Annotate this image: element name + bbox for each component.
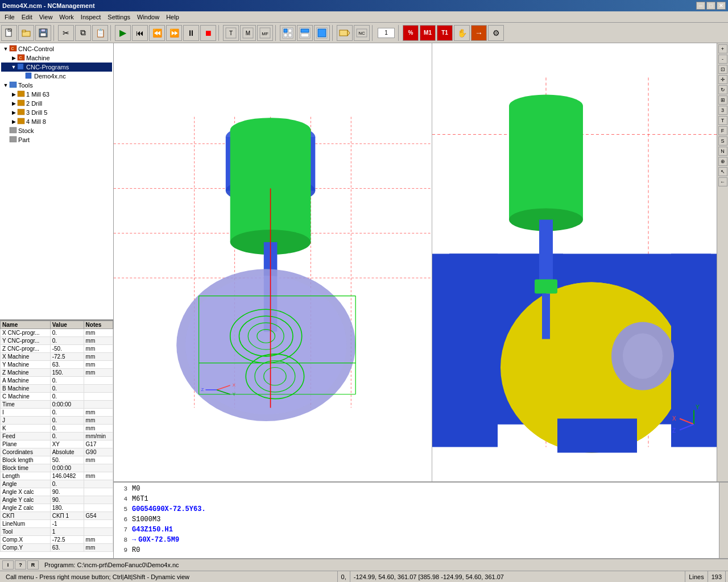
settings-button[interactable]: ⚙ <box>488 25 504 41</box>
svg-text:Y: Y <box>233 392 236 397</box>
tree-area[interactable]: ▼CCNC-Control▶CMachine▼CNC-ProgramsDemo4… <box>0 43 113 319</box>
help-button[interactable]: ? <box>15 560 26 569</box>
new-button[interactable] <box>1 25 17 41</box>
paste-button[interactable]: 📋 <box>92 25 108 41</box>
statusbar: Call menu - Press right mouse button; Ct… <box>0 571 728 582</box>
svg-rect-96 <box>542 294 550 339</box>
measure-button[interactable]: ⊕ <box>718 157 727 166</box>
copy-button[interactable]: ⧉ <box>75 25 91 41</box>
zoom-in-button[interactable]: + <box>718 44 727 53</box>
tree-item-8[interactable]: ▶4 Mill 8 <box>1 117 112 126</box>
tree-label-0: CNC-Control <box>18 45 54 52</box>
view3d-button[interactable]: 3 <box>718 106 727 115</box>
viewtop-button[interactable]: T <box>718 116 727 125</box>
sep7 <box>398 25 400 41</box>
menu-item-help[interactable]: Help <box>163 13 183 22</box>
props-cell-14-2: G17 <box>84 440 113 448</box>
cut-button[interactable]: ✂ <box>58 25 74 41</box>
code-line-3[interactable]: 6S1000M3 <box>116 514 726 525</box>
svg-rect-41 <box>10 136 16 142</box>
reset-view-button[interactable]: N <box>718 147 727 156</box>
props-cell-22-0: Angle Z calc <box>1 504 51 512</box>
pct-button[interactable]: % <box>403 25 419 41</box>
record-button[interactable]: R <box>27 560 39 569</box>
viewfront-button[interactable]: F <box>718 126 727 135</box>
props-cell-13-0: Feed <box>1 433 51 440</box>
view3-button[interactable] <box>314 25 330 41</box>
tree-item-3[interactable]: Demo4x.nc <box>1 72 112 81</box>
viewport-right[interactable]: X Y Z <box>432 43 717 481</box>
code-scrollbar[interactable] <box>719 483 728 558</box>
m1-button[interactable]: M1 <box>420 25 436 41</box>
tree-item-1[interactable]: ▶CMachine <box>1 53 112 63</box>
props-cell-24-2 <box>84 520 113 528</box>
minimize-button[interactable]: ─ <box>696 2 705 10</box>
viewside-button[interactable]: S <box>718 136 727 146</box>
tool1-button[interactable]: T <box>223 25 239 41</box>
code-line-1[interactable]: 4M6T1 <box>116 494 726 504</box>
code-content[interactable]: 3M04M6T15G0G54G90X-72.5Y63.6S1000M37G43Z… <box>114 483 728 558</box>
props-cell-21-1: 90. <box>50 496 84 504</box>
props-cell-15-0: Coordinates <box>1 448 51 456</box>
menu-item-edit[interactable]: Edit <box>18 13 36 22</box>
props-cell-11-2: mm <box>84 417 113 425</box>
tree-item-5[interactable]: ▶1 Mill 63 <box>1 90 112 99</box>
props-cell-14-1: XY <box>50 440 84 448</box>
view1-button[interactable] <box>280 25 296 41</box>
tree-item-4[interactable]: ▼Tools <box>1 81 112 90</box>
stepback-button[interactable]: ⏪ <box>149 25 165 41</box>
menu-item-work[interactable]: Work <box>56 13 77 22</box>
back-button[interactable]: ← <box>718 177 727 186</box>
t1-button[interactable]: T1 <box>437 25 453 41</box>
stepforward-button[interactable]: ⏩ <box>166 25 182 41</box>
info-button[interactable]: I <box>2 560 14 569</box>
zoom-window-button[interactable]: ⊞ <box>718 95 727 105</box>
view2-button[interactable] <box>297 25 313 41</box>
menu-item-window[interactable]: Window <box>134 13 163 22</box>
props-cell-3-2: mm <box>84 353 113 361</box>
code-line-5[interactable]: 8→G0X-72.5M9 <box>116 535 726 545</box>
rewind-button[interactable]: ⏮ <box>132 25 148 41</box>
maximize-button[interactable]: □ <box>706 2 715 10</box>
viewport-left[interactable]: X Y Z <box>114 43 432 481</box>
tree-item-10[interactable]: Part <box>1 135 112 144</box>
tree-item-2[interactable]: ▼CNC-Programs <box>1 63 112 72</box>
tree-item-0[interactable]: ▼CCNC-Control <box>1 44 112 53</box>
code-line-6[interactable]: 9R0 <box>116 545 726 555</box>
props-cell-25-0: Tool <box>1 528 51 536</box>
speed-input[interactable] <box>378 28 395 38</box>
svg-text:X: X <box>672 415 676 422</box>
tree-item-7[interactable]: ▶3 Drill 5 <box>1 108 112 117</box>
play-button[interactable]: ▶ <box>115 25 131 41</box>
close-button[interactable]: ✕ <box>717 2 726 10</box>
props-cell-13-2: mm/min <box>84 433 113 440</box>
arrow-button[interactable]: → <box>471 25 487 41</box>
zoom-out-button[interactable]: - <box>718 55 727 64</box>
hand-button[interactable]: ✋ <box>454 25 470 41</box>
pause-button[interactable]: ⏸ <box>183 25 199 41</box>
3d-viewport[interactable]: X Y Z <box>114 43 728 481</box>
pan-button[interactable]: ✛ <box>718 75 727 84</box>
tree-item-9[interactable]: Stock <box>1 126 112 135</box>
menu-item-view[interactable]: View <box>36 13 56 22</box>
sep3 <box>218 25 221 41</box>
menu-item-inspect[interactable]: Inspect <box>77 13 104 22</box>
menu-item-settings[interactable]: Settings <box>104 13 134 22</box>
code-line-4[interactable]: 7G43Z150.H1 <box>116 525 726 535</box>
tree-item-6[interactable]: ▶2 Drill <box>1 99 112 108</box>
menu-item-file[interactable]: File <box>1 13 18 22</box>
load-button[interactable] <box>337 25 353 41</box>
rotate-button[interactable]: ↻ <box>718 85 727 94</box>
export-button[interactable]: NC <box>354 25 370 41</box>
cursor-button[interactable]: ↖ <box>718 167 727 176</box>
tool2-button[interactable]: M <box>240 25 256 41</box>
save-button[interactable] <box>35 25 51 41</box>
code-line-0[interactable]: 3M0 <box>116 484 726 494</box>
fit-button[interactable]: ⊡ <box>718 65 727 74</box>
open-button[interactable] <box>18 25 34 41</box>
tool3-button[interactable]: MF <box>257 25 273 41</box>
code-line-2[interactable]: 5G0G54G90X-72.5Y63. <box>116 504 726 514</box>
props-row-8: C Machine0. <box>1 393 113 401</box>
svg-rect-5 <box>22 30 26 32</box>
stop-button[interactable]: ⏹ <box>200 25 216 41</box>
